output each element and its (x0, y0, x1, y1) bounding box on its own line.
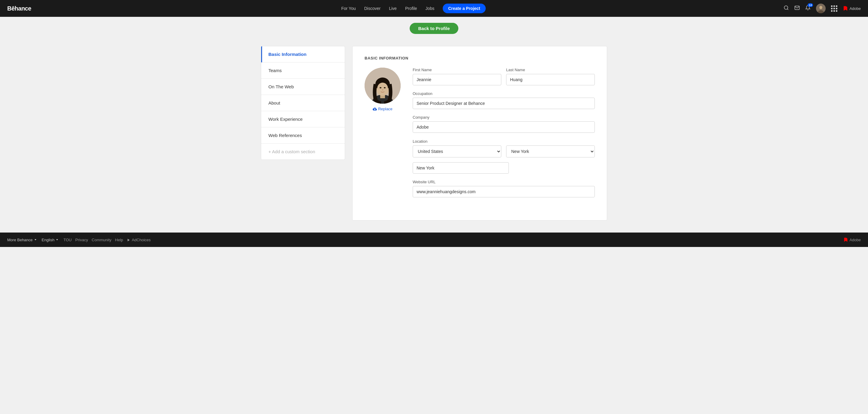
occupation-row: Occupation (413, 91, 595, 109)
first-name-input[interactable] (413, 74, 501, 85)
replace-avatar-button[interactable]: Replace (373, 107, 393, 111)
city-group (413, 162, 509, 174)
nav-live[interactable]: Live (389, 6, 397, 11)
svg-point-0 (784, 6, 788, 9)
location-label: Location (413, 139, 427, 144)
company-group: Company (413, 115, 595, 133)
name-row: First Name Last Name (413, 68, 595, 85)
website-label: Website URL (413, 180, 595, 184)
more-behance-button[interactable]: More Behance (7, 237, 37, 242)
occupation-group: Occupation (413, 91, 595, 109)
footer-links: TOU Privacy Community Help AdChoices (63, 237, 151, 242)
footer-tou[interactable]: TOU (63, 237, 71, 242)
city-row (413, 162, 595, 174)
occupation-input[interactable] (413, 98, 595, 109)
company-label: Company (413, 115, 595, 120)
last-name-label: Last Name (506, 68, 595, 72)
state-select[interactable]: New York California Texas (506, 146, 595, 157)
adobe-logo: Adobe (843, 6, 861, 11)
form-section-title: BASIC INFORMATION (365, 56, 595, 60)
last-name-input[interactable] (506, 74, 595, 85)
create-project-button[interactable]: Create a Project (443, 4, 486, 13)
back-bar: Back to Profile (0, 17, 868, 40)
sidebar-item-about[interactable]: About (261, 95, 345, 111)
footer: More Behance English TOU Privacy Communi… (0, 232, 868, 247)
notification-badge: 13 (808, 3, 813, 7)
footer-left: More Behance English TOU Privacy Communi… (7, 237, 151, 242)
user-avatar[interactable] (816, 4, 826, 13)
nav-jobs[interactable]: Jobs (426, 6, 435, 11)
svg-point-3 (819, 6, 822, 9)
messages-icon[interactable] (794, 5, 800, 12)
first-name-group: First Name (413, 68, 501, 85)
footer-adchoices[interactable]: AdChoices (127, 237, 151, 242)
footer-help[interactable]: Help (115, 237, 123, 242)
nav-discover[interactable]: Discover (364, 6, 380, 11)
footer-community[interactable]: Community (92, 237, 112, 242)
form-fields: First Name Last Name Occupation (413, 68, 595, 203)
main-content: Basic Information Teams On The Web About… (254, 46, 614, 221)
svg-marker-14 (127, 239, 129, 242)
back-to-profile-button[interactable]: Back to Profile (410, 23, 458, 34)
apps-grid-icon[interactable] (831, 5, 837, 12)
website-row: Website URL (413, 180, 595, 197)
svg-line-1 (787, 9, 788, 10)
language-selector[interactable]: English (42, 237, 59, 242)
form-card: BASIC INFORMATION (352, 46, 607, 221)
nav-for-you[interactable]: For You (341, 6, 355, 11)
sidebar-item-web-references[interactable]: Web References (261, 127, 345, 144)
sidebar: Basic Information Teams On The Web About… (261, 46, 345, 160)
city-input[interactable] (413, 162, 509, 174)
last-name-group: Last Name (506, 68, 595, 85)
avatar-column: Replace (365, 68, 401, 203)
profile-avatar (365, 68, 401, 104)
occupation-label: Occupation (413, 91, 595, 96)
website-group: Website URL (413, 180, 595, 197)
website-input[interactable] (413, 186, 595, 197)
country-select[interactable]: United States Canada United Kingdom (413, 146, 501, 157)
location-row: United States Canada United Kingdom New … (413, 146, 595, 157)
footer-privacy[interactable]: Privacy (75, 237, 88, 242)
svg-point-12 (384, 87, 385, 88)
svg-point-11 (380, 87, 381, 88)
sidebar-item-work-experience[interactable]: Work Experience (261, 111, 345, 127)
navbar: Bēhance For You Discover Live Profile Jo… (0, 0, 868, 17)
state-group: New York California Texas (506, 146, 595, 157)
company-input[interactable] (413, 121, 595, 133)
sidebar-item-basic-information[interactable]: Basic Information (261, 46, 345, 63)
search-icon[interactable] (783, 5, 789, 12)
svg-point-10 (377, 83, 388, 95)
footer-adobe: Adobe (843, 237, 861, 242)
add-custom-section-button[interactable]: + Add a custom section (261, 144, 345, 160)
company-row: Company (413, 115, 595, 133)
sidebar-item-on-the-web[interactable]: On The Web (261, 79, 345, 95)
svg-point-13 (382, 90, 383, 90)
navbar-icons: 13 Adobe (783, 4, 861, 13)
brand-logo[interactable]: Bēhance (7, 5, 31, 12)
nav-profile[interactable]: Profile (405, 6, 417, 11)
sidebar-item-teams[interactable]: Teams (261, 63, 345, 79)
notifications-icon[interactable]: 13 (805, 5, 811, 12)
profile-row: Replace First Name Last Name (365, 68, 595, 203)
nav-links: For You Discover Live Profile Jobs Creat… (43, 4, 784, 13)
country-group: United States Canada United Kingdom (413, 146, 501, 157)
first-name-label: First Name (413, 68, 501, 72)
